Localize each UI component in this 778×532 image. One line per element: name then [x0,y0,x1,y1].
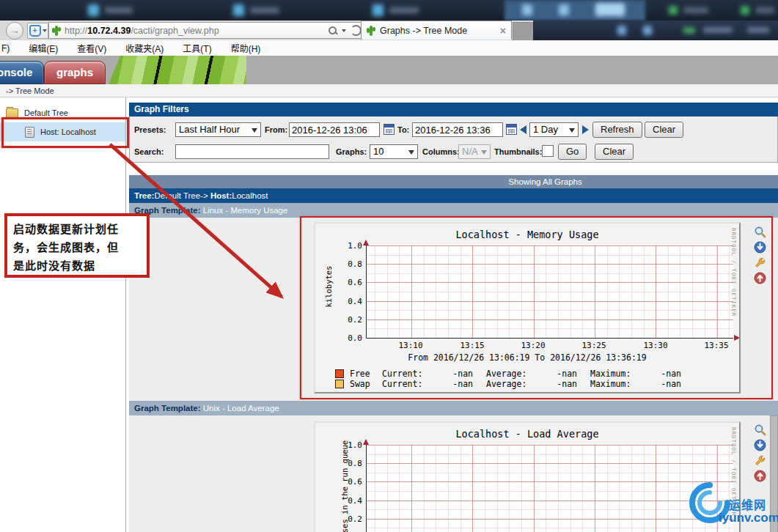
breadcrumb: -> Tree Mode [0,84,778,97]
y-tick: 0.6 [342,477,362,487]
columns-select: N/A [458,144,491,159]
tree-root-label: Default Tree [24,108,68,117]
address-bar[interactable]: http://10.72.4.39/cacti/graph_view.php [48,22,367,39]
search-input[interactable] [175,144,329,159]
calendar-icon[interactable] [506,124,517,135]
tab-console[interactable]: console [0,61,44,84]
new-tab-button[interactable] [513,22,534,41]
y-tick: 0.8 [342,459,362,468]
presets-select[interactable]: Last Half Hour [175,122,261,137]
to-date-input[interactable] [412,122,503,137]
clear-search-button[interactable]: Clear [595,144,634,160]
menu-favorites[interactable]: 收藏夹(A) [125,42,164,54]
forward-button[interactable]: → [6,22,23,40]
watermark: 运维网 iyunv.com [688,481,778,532]
cacti-favicon [52,26,61,36]
blurred-item [389,7,419,13]
chevron-down-icon [249,124,260,136]
graphs-label: Graphs: [336,147,367,156]
refresh-icon[interactable] [351,25,362,36]
from-date-input[interactable] [289,122,380,137]
graph-source-wrench-icon[interactable] [754,454,766,467]
graph-title: Localhost - Load Average [315,428,739,440]
menu-file-partial[interactable]: F) [1,43,10,53]
blurred-item [88,4,99,16]
blurred-item [669,6,678,15]
folder-icon [6,108,18,118]
shift-right-icon[interactable] [582,125,589,134]
shift-left-icon[interactable] [520,125,526,134]
plot-area [366,445,733,532]
graph-filters-header: Graph Filters [129,103,778,117]
blurred-item [683,7,708,13]
search-options-caret-icon[interactable] [342,29,346,32]
blurred-item [233,4,244,16]
chevron-down-icon [405,146,416,158]
clear-button[interactable]: Clear [645,122,683,138]
graphs-count-select[interactable]: 10 [370,144,418,159]
blurred-item [683,27,695,34]
menu-edit[interactable]: 编辑(E) [29,42,58,54]
blurred-item [741,6,749,15]
from-label: From: [265,125,287,134]
graph-template-bar-load: Graph Template: Unix - Load Average [129,401,778,415]
menu-help[interactable]: 帮助(H) [231,42,261,54]
blurred-item [747,27,769,33]
search-label: Search: [134,147,164,156]
blurred-item [250,7,279,13]
blurred-item [105,7,133,13]
y-tick: 0.4 [342,496,362,506]
shield-add-icon: + [29,25,41,37]
cacti-logo [109,56,246,84]
to-label: To: [397,125,409,134]
watermark-en: iyunv.com [719,511,778,525]
menu-view[interactable]: 查看(V) [77,42,106,54]
blurred-item [643,26,652,35]
blurred-item [522,4,532,15]
thumbnails-checkbox[interactable] [542,145,554,157]
presets-label: Presets: [134,125,166,134]
blurred-top-strip [0,0,778,21]
tab-graphs[interactable]: graphs [44,61,106,84]
timespan-select[interactable]: 1 Day [529,122,579,137]
load-average-graph[interactable]: Localhost - Load Average processes in th… [314,421,741,532]
columns-label: Columns: [422,147,460,156]
graph-tree-sidebar: Default Tree Host: Localhost [0,97,126,532]
refresh-button[interactable]: Refresh [592,122,642,138]
csv-export-icon[interactable] [754,439,766,451]
graph-actions-load [754,424,768,482]
tab-title: Graphs -> Tree Mode [380,26,500,36]
blurred-item [559,4,569,15]
calendar-icon[interactable] [384,124,394,135]
cacti-graph-view-page: → + http://10.72.4.39/cacti/graph_view.p… [0,0,778,532]
browser-chrome: → + http://10.72.4.39/cacti/graph_view.p… [0,21,778,40]
showing-all-graphs-bar: Showing All Graphs [129,175,778,188]
browser-menu-bar: F) 编辑(E) 查看(V) 收藏夹(A) 工具(T) 帮助(H) [0,40,778,56]
search-icon[interactable] [329,26,337,35]
y-tick: 1.0 [342,440,362,450]
chevron-down-icon [566,124,577,136]
browser-tab[interactable]: Graphs -> Tree Mode × [361,21,512,40]
menu-tools[interactable]: 工具(T) [183,42,211,54]
cacti-header: console graphs [0,56,778,86]
annotation-rect-host [1,117,129,148]
chevron-down-icon [43,29,47,32]
blurred-item [755,7,774,13]
y-axis-arrow [363,439,369,445]
thumbnails-label: Thumbnails: [494,147,542,156]
tree-path-bar: Tree:Default Tree-> Host:Localhost [129,188,778,203]
blurred-item [595,3,625,16]
blurred-item [373,4,384,16]
graph-filters-panel: Presets: Last Half Hour From: To: 1 Day … [129,117,778,163]
smartscreen-button[interactable]: + [27,23,48,39]
chevron-down-icon [478,146,489,158]
annotation-rect-graph [300,216,773,399]
cacti-favicon [367,26,375,36]
url-text: http://10.72.4.39/cacti/graph_view.php [65,26,329,36]
go-button[interactable]: Go [558,144,587,160]
annotation-note: 启动数据更新计划任 务，会生成图表，但 是此时没有数据 [4,213,150,278]
blurred-item [703,27,733,33]
zoom-icon[interactable] [754,424,766,436]
blurred-chrome-area [533,21,778,40]
close-icon[interactable]: × [500,25,506,37]
